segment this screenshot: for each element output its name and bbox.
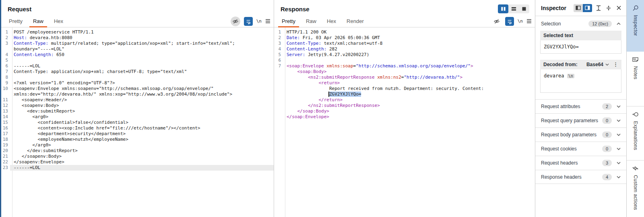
layout-rows-button[interactable] <box>508 4 519 13</box>
code-line[interactable]: 4Content-Length: 650 <box>1 52 274 58</box>
decoded-menu-button[interactable]: ⋮ <box>613 63 618 67</box>
collapse-all-button[interactable] <box>605 4 612 12</box>
decoded-format-select[interactable]: Base64 <box>586 62 609 67</box>
response-editor[interactable]: 1HTTP/1.1 200 OK2Date: Fri, 03 Apr 2026 … <box>274 27 535 217</box>
selection-section-header[interactable]: Selection 12 (0xc) <box>535 16 626 30</box>
code-line[interactable]: 17 <department>security</department> <box>1 131 274 137</box>
sidebar-tab-custom-actions[interactable]: Custom actions <box>627 161 644 217</box>
wrap-toggle-button[interactable] <box>244 17 253 26</box>
code-line[interactable]: 16 <content><xop:Include href="file:///e… <box>1 125 274 131</box>
wrap-toggle-button[interactable] <box>505 17 514 26</box>
code-line[interactable]: 12 <soapenv:Body> <box>1 103 274 108</box>
chevron-down-icon <box>617 119 621 122</box>
selected-text-card: Selected text ZGV2YXJlYQo= <box>540 31 621 54</box>
code-line[interactable]: 18 <employeeName>nutzh</employeeName> <box>1 137 274 142</box>
line-number: 21 <box>1 154 10 159</box>
line-number <box>274 75 283 80</box>
tab-hex[interactable]: Hex <box>49 15 68 27</box>
code-line[interactable]: </return> <box>274 97 535 103</box>
decoded-value-box[interactable]: devarea \n <box>540 69 621 93</box>
line-number <box>274 103 283 108</box>
line-number: 6 <box>1 63 10 69</box>
tab-raw[interactable]: Raw <box>301 15 322 27</box>
code-line[interactable]: 10<soapenv:Envelope xmlns:soapenv="http:… <box>1 86 274 92</box>
word-wrap-icon <box>507 19 512 24</box>
expand-all-button[interactable] <box>595 4 602 12</box>
inspector-section-request-query-parameters[interactable]: Request query parameters0 <box>535 113 626 127</box>
code-line[interactable]: ZGV2YXJlYQo= <box>274 92 535 97</box>
code-line[interactable]: 11 <soapenv:Header/> <box>1 97 274 103</box>
editor-menu-button[interactable] <box>526 19 532 23</box>
code-line[interactable]: 21 </soapenv:Body> <box>1 154 274 159</box>
line-number: 9 <box>1 80 10 86</box>
code-line[interactable]: 6 <box>274 58 535 63</box>
decoded-card: Decoded from: Base64 ⋮ devarea \n <box>540 60 621 93</box>
inspector-section-request-attributes[interactable]: Request attributes2 <box>535 99 626 113</box>
code-line[interactable]: 14 <arg0> <box>1 114 274 120</box>
code-line[interactable]: 20 </dev:submitReport> <box>1 148 274 154</box>
burp-message-viewer: Request PrettyRawHex \n <box>0 0 644 217</box>
request-editor[interactable]: 1POST /employeeservice HTTP/1.12Host: de… <box>1 27 274 217</box>
sidebar-tab-notes[interactable]: Notes <box>627 52 644 106</box>
sidebar-tab-explanations[interactable]: Explanations <box>627 106 644 161</box>
code-line[interactable]: 9<?xml version="1.0" encoding="UTF-8"?> <box>1 80 274 86</box>
editor-menu-button[interactable] <box>265 19 270 23</box>
code-line[interactable]: 2Date: Fri, 03 Apr 2026 05:00:36 GMT <box>274 35 535 41</box>
tab-render[interactable]: Render <box>341 15 369 27</box>
code-line[interactable]: 1HTTP/1.1 200 OK <box>274 29 535 35</box>
dock-right-button[interactable] <box>583 4 592 12</box>
read-only-eye-button[interactable] <box>492 17 502 26</box>
code-line[interactable]: </soap:Envelope> <box>274 114 535 120</box>
code-line[interactable]: 22</soapenv:Envelope> <box>1 159 274 165</box>
code-line[interactable]: <ns2:submitReportResponse xmlns:ns2="htt… <box>274 75 535 80</box>
line-number: 16 <box>1 125 10 131</box>
layout-single-button[interactable] <box>519 4 529 13</box>
code-line[interactable]: Report received from nutzh. Department: … <box>274 86 535 92</box>
layout-columns-button[interactable] <box>498 4 508 13</box>
show-newlines-button[interactable]: \n <box>518 19 523 24</box>
tab-hex[interactable]: Hex <box>322 15 341 27</box>
code-line[interactable]: 7<soap:Envelope xmlns:soap="http://schem… <box>274 63 535 69</box>
show-newlines-button[interactable]: \n <box>256 19 262 24</box>
code-line[interactable]: 8 <box>1 75 274 80</box>
section-count-badge: 0 <box>602 146 612 152</box>
code-line[interactable]: <soap:Body> <box>274 69 535 75</box>
line-number: 2 <box>274 35 283 41</box>
collapse-all-icon <box>606 5 611 11</box>
close-inspector-button[interactable] <box>615 4 622 12</box>
code-line[interactable]: 2Host: devarea.htb:8080 <box>1 35 274 41</box>
read-only-eye-button[interactable] <box>231 17 240 26</box>
code-line[interactable]: 4Content-Length: 282 <box>274 46 535 52</box>
code-line[interactable]: 3Content-Type: text/xml;charset=utf-8 <box>274 41 535 46</box>
tab-pretty[interactable]: Pretty <box>4 15 28 27</box>
tab-pretty[interactable]: Pretty <box>277 15 301 27</box>
inspector-section-request-body-parameters[interactable]: Request body parameters0 <box>535 127 626 142</box>
inspector-section-response-headers[interactable]: Response headers4 <box>535 170 626 184</box>
code-line[interactable]: 5 <box>1 58 274 63</box>
tab-raw[interactable]: Raw <box>28 15 49 27</box>
code-line[interactable]: 13 <dev:submitReport> <box>1 108 274 114</box>
code-line[interactable]: 7Content-Type: application/xop+xml; char… <box>1 69 274 75</box>
custom-actions-icon <box>632 165 638 171</box>
dock-bottom-button[interactable] <box>574 4 583 12</box>
inspector-section-request-cookies[interactable]: Request cookies0 <box>535 142 626 156</box>
line-number <box>1 46 10 52</box>
response-tabs: PrettyRawHexRender <box>277 15 369 27</box>
sidebar-tab-inspector[interactable]: Inspector <box>627 0 644 52</box>
line-number: 10 <box>1 86 10 92</box>
code-line[interactable]: 23------=LOL <box>1 165 274 171</box>
code-line[interactable]: 19 </arg0> <box>1 142 274 148</box>
code-line[interactable]: 15 <confidential>false</confidential> <box>1 120 274 125</box>
code-line[interactable]: 1POST /employeeservice HTTP/1.1 <box>1 29 274 35</box>
code-line[interactable]: </ns2:submitReportResponse> <box>274 103 535 108</box>
inspector-section-request-headers[interactable]: Request headers3 <box>535 156 626 170</box>
code-line[interactable]: 3Content-Type: multipart/related; type="… <box>1 41 274 46</box>
code-line[interactable]: <return> <box>274 80 535 86</box>
code-line[interactable]: 6------=LOL <box>1 63 274 69</box>
code-line[interactable]: boundary="----=LOL" <box>1 46 274 52</box>
selected-text-value[interactable]: ZGV2YXJlYQo= <box>540 40 621 54</box>
code-line[interactable]: 5Server: Jetty(9.4.27.v20200227) <box>274 52 535 58</box>
code-line[interactable]: </soap:Body> <box>274 108 535 114</box>
code-line[interactable]: xmlns:dev="http://devarea.htb/" xmlns:xo… <box>1 92 274 97</box>
line-number <box>274 86 283 92</box>
